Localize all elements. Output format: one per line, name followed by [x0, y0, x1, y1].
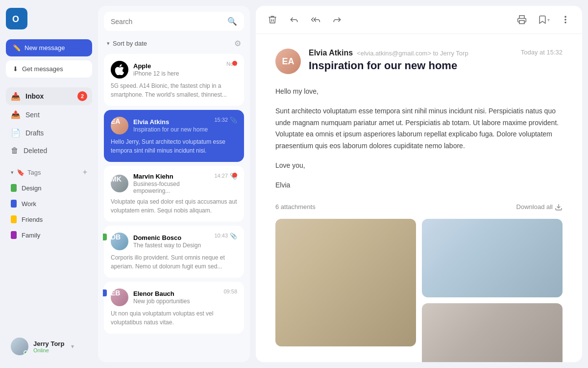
email-item-domenic[interactable]: DB Domenic Bosco The fastest way to Desi…: [104, 226, 244, 278]
attachment-thumb-1[interactable]: [275, 219, 416, 346]
app-logo: O: [6, 8, 27, 29]
download-all-button[interactable]: Download all: [516, 203, 563, 211]
sender-avatar-apple: [111, 61, 128, 79]
filter-icon[interactable]: ⚙: [234, 39, 241, 48]
sender-email: <elvia.atkins@gmail.com> to Jerry Torp: [357, 50, 468, 57]
email-item-elvia[interactable]: EA Elvia Atkins Inspiration for our new …: [104, 110, 244, 162]
search-input[interactable]: [111, 18, 223, 26]
svg-point-3: [565, 16, 566, 17]
new-message-button[interactable]: ✏️ New message: [6, 39, 92, 56]
bookmark-icon: 🔖: [17, 169, 24, 176]
email-body-text: Hello my love, Sunt architecto voluptatu…: [275, 86, 563, 191]
inbox-badge: 2: [77, 91, 87, 101]
tag-flag-blue: [103, 289, 107, 296]
sender-avatar-elvia: EA: [111, 117, 128, 134]
sent-icon: 📤: [11, 110, 21, 119]
sender-avatar-elenor: EB: [111, 289, 128, 306]
email-item-marvin[interactable]: MK Marvin Kiehn Business-focused empower…: [104, 166, 244, 222]
bookmark-button[interactable]: ▾: [536, 13, 552, 26]
svg-point-5: [565, 22, 566, 23]
search-icon: 🔍: [227, 17, 237, 26]
svg-rect-2: [519, 21, 524, 24]
sidebar-item-drafts[interactable]: 📄 Drafts: [6, 124, 92, 141]
sidebar-item-deleted[interactable]: 🗑 Deleted: [6, 142, 92, 159]
tags-section-header[interactable]: ▾ 🔖 Tags +: [6, 164, 92, 181]
online-indicator: [24, 350, 28, 355]
svg-point-4: [565, 19, 566, 20]
chevron-down-icon: ▾: [71, 343, 74, 350]
user-status: Online: [33, 347, 64, 353]
search-bar[interactable]: 🔍: [104, 12, 244, 31]
attachment-icon: 📎: [230, 117, 237, 124]
tag-item-design[interactable]: Design: [6, 181, 92, 195]
sort-button[interactable]: ▾ Sort by date: [107, 40, 147, 47]
sidebar: O ✏️ New message ⬇ Get messages 📥 Inbox …: [0, 0, 98, 368]
add-tag-button[interactable]: +: [83, 168, 87, 177]
tag-item-friends[interactable]: Friends: [6, 212, 92, 227]
download-icon: ⬇: [13, 65, 18, 73]
list-sort-header: ▾ Sort by date ⚙: [104, 37, 244, 50]
user-profile[interactable]: Jerry Torp Online ▾: [6, 333, 92, 360]
more-options-button[interactable]: [559, 13, 572, 26]
attachments-grid: [275, 219, 563, 362]
detail-toolbar: ▾: [256, 6, 582, 34]
work-tag-dot: [11, 200, 17, 208]
unread-badge: [232, 173, 237, 178]
family-tag-dot: [11, 231, 17, 239]
sender-avatar-marvin: MK: [111, 175, 128, 192]
chevron-down-icon: ▾: [11, 169, 14, 176]
sidebar-item-sent[interactable]: 📤 Sent: [6, 106, 92, 123]
chevron-down-icon: ▾: [107, 40, 110, 47]
attachment-thumb-3[interactable]: [422, 303, 563, 362]
compose-icon: ✏️: [13, 44, 21, 52]
svg-text:O: O: [12, 14, 19, 24]
print-button[interactable]: [515, 13, 529, 26]
reply-button[interactable]: [287, 13, 301, 26]
attachment-icon: 📎: [230, 233, 237, 239]
sender-name: Elvia Atkins: [309, 49, 353, 57]
deleted-icon: 🗑: [11, 146, 19, 155]
attachments-count: 6 attachments: [275, 203, 316, 210]
sidebar-item-inbox[interactable]: 📥 Inbox 2: [6, 87, 92, 105]
user-name: Jerry Torp: [33, 340, 64, 347]
email-date: Today at 15:32: [521, 49, 563, 56]
delete-button[interactable]: [266, 13, 279, 26]
tag-item-family[interactable]: Family: [6, 228, 92, 242]
email-subject: Inspiration for our new home: [309, 59, 513, 72]
email-body: EA Elvia Atkins <elvia.atkins@gmail.com>…: [256, 34, 582, 362]
sender-large-avatar: EA: [275, 49, 301, 74]
design-tag-dot: [11, 184, 17, 192]
tag-flag-green: [103, 234, 107, 240]
attachments-section: 6 attachments Download all: [275, 203, 563, 362]
email-item-elenor[interactable]: EB Elenor Bauch New job opportunities 09…: [104, 282, 244, 334]
email-list-panel: 🔍 ▾ Sort by date ⚙ Apple iPhone 12 is he…: [98, 6, 250, 362]
reply-all-button[interactable]: [309, 13, 322, 26]
sender-avatar-domenic: DB: [111, 233, 128, 250]
friends-tag-dot: [11, 215, 17, 223]
email-item-apple[interactable]: Apple iPhone 12 is here Now 5G speed. A1…: [104, 54, 244, 106]
unread-badge: [232, 61, 237, 66]
drafts-icon: 📄: [11, 128, 21, 137]
get-messages-button[interactable]: ⬇ Get messages: [6, 60, 92, 78]
attachment-thumb-2[interactable]: [422, 219, 563, 297]
tag-item-work[interactable]: Work: [6, 196, 92, 211]
avatar: [11, 338, 28, 355]
forward-button[interactable]: [330, 13, 344, 26]
email-detail-panel: ▾ EA Elvia Atkins <elvia.atkins@gmail.co…: [256, 6, 582, 362]
inbox-icon: 📥: [11, 92, 21, 101]
